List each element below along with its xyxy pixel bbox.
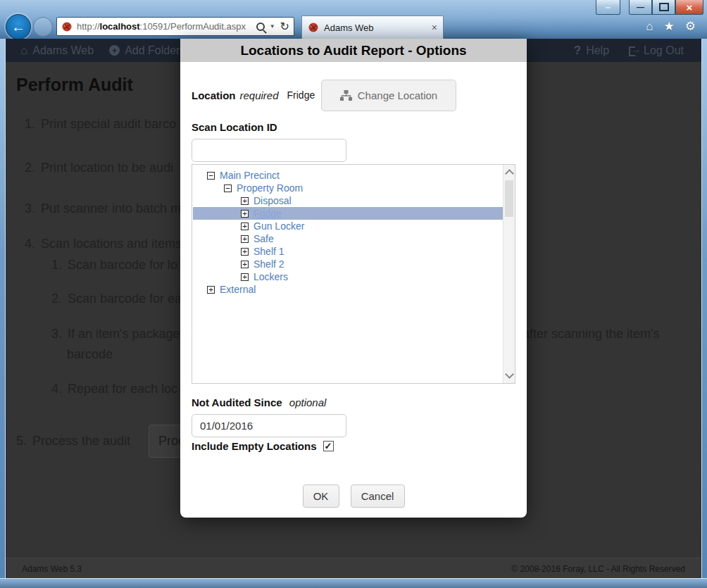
audit-step-3: 3.Put scanner into batch m <box>25 201 181 216</box>
tab-adams-web[interactable]: Adams Web × <box>301 15 444 39</box>
expand-icon[interactable]: + <box>241 197 249 205</box>
back-button[interactable]: ← <box>6 14 31 39</box>
audit-step-4-2: 2.Scan barcode for ea <box>51 292 182 306</box>
chevron-down-icon[interactable]: ▼ <box>270 23 275 30</box>
tree-item-shelf-2[interactable]: +Shelf 2 <box>193 258 503 270</box>
locations-to-audit-dialog: Locations to Audit Report - Options Loca… <box>180 39 527 518</box>
navbar-brand[interactable]: ⌂ Adams Web <box>20 44 94 58</box>
tree-item-shelf-1[interactable]: +Shelf 1 <box>193 245 503 258</box>
browser-actions: ⌂ ★ ⚙ <box>646 20 696 32</box>
footer-version: Adams Web 5.3 <box>22 564 82 574</box>
dialog-title: Locations to Audit Report - Options <box>180 39 527 62</box>
include-empty-locations-label: Include Empty Locations <box>192 440 317 452</box>
tree-item-main-precinct[interactable]: −Main Precinct <box>193 169 503 182</box>
scroll-down-icon[interactable] <box>505 370 514 379</box>
sitemap-icon <box>340 90 352 101</box>
adams-web-favicon <box>61 21 73 32</box>
expand-icon[interactable]: + <box>241 261 249 268</box>
expand-icon[interactable]: + <box>207 286 215 294</box>
scroll-up-icon[interactable] <box>505 169 514 178</box>
tree-item-safe[interactable]: +Safe <box>193 232 503 245</box>
audit-step-4-3-wrap: barcode <box>67 347 113 362</box>
tree-item-lockers[interactable]: +Lockers <box>193 270 503 283</box>
scan-location-id-input[interactable] <box>192 139 346 162</box>
add-plus-icon: + <box>109 45 120 56</box>
forward-arrow-icon: → <box>38 21 49 33</box>
quick-tabs-button[interactable]: ⇔ <box>596 0 620 15</box>
maximize-button[interactable] <box>652 0 675 15</box>
search-icon[interactable] <box>256 23 265 31</box>
audit-step-4: 4.Scan locations and items <box>25 237 182 251</box>
audit-step-5: 5.Process the audit <box>16 434 130 449</box>
include-empty-checkbox[interactable]: ✓ <box>323 441 334 451</box>
close-icon: × <box>687 1 693 13</box>
location-value: Fridge <box>287 89 315 101</box>
collapse-icon[interactable]: − <box>224 184 232 192</box>
tree-scrollbar[interactable] <box>503 165 515 383</box>
page-footer: Adams Web 5.3 © 2008-2016 Foray, LLC - A… <box>5 558 702 580</box>
home-icon[interactable]: ⌂ <box>646 20 653 32</box>
location-label: Location <box>192 89 236 101</box>
scan-location-id-label: Scan Location ID <box>192 121 277 133</box>
change-location-button[interactable]: Change Location <box>321 80 456 111</box>
back-arrow-icon: ← <box>11 19 25 35</box>
scrollbar-thumb[interactable] <box>505 180 513 217</box>
collapse-icon[interactable]: − <box>207 172 215 180</box>
url-text: http://localhost:10591/PerformAudit.aspx <box>77 21 246 32</box>
browser-window: ⇔ — × ← → http://localhost:10591/Perform… <box>0 0 707 588</box>
help-icon: ? <box>574 44 581 58</box>
close-window-button[interactable]: × <box>675 0 703 15</box>
location-row: Location required Fridge <box>192 80 315 111</box>
tree-item-fridge-selected[interactable]: +Fridge <box>193 207 503 220</box>
forward-button[interactable]: → <box>33 17 53 37</box>
tab-close-icon[interactable]: × <box>432 23 437 32</box>
audit-step-1: 1.Print special audit barco <box>25 117 176 132</box>
location-required-hint: required <box>240 89 279 101</box>
address-bar[interactable]: http://localhost:10591/PerformAudit.aspx… <box>56 17 294 36</box>
brand-home-icon: ⌂ <box>20 44 27 58</box>
help-label: Help <box>586 44 609 57</box>
expand-icon[interactable]: + <box>241 223 249 230</box>
add-folder-label: Add Folder <box>125 44 180 57</box>
logout-icon: → <box>629 46 639 56</box>
audit-step-2: 2.Print location to be audi <box>25 161 173 175</box>
not-audited-since-input[interactable] <box>192 414 346 437</box>
audit-step-4-3: 3.If an item's package <box>51 327 180 342</box>
quicknav-icon: ⇔ <box>604 2 613 12</box>
not-audited-since-label: Not Audited Since optional <box>192 396 326 408</box>
brand-label: Adams Web <box>32 44 94 57</box>
refresh-icon[interactable]: ↻ <box>280 21 289 32</box>
cancel-button[interactable]: Cancel <box>351 484 405 508</box>
maximize-icon <box>659 3 669 11</box>
expand-icon[interactable]: + <box>241 210 249 218</box>
expand-icon[interactable]: + <box>241 235 249 243</box>
navbar-add-folder[interactable]: + Add Folder <box>109 44 180 57</box>
location-tree: −Main Precinct −Property Room +Disposal … <box>192 164 515 384</box>
expand-icon[interactable]: + <box>241 248 249 256</box>
favorites-star-icon[interactable]: ★ <box>664 20 675 32</box>
page-title: Perform Audit <box>16 75 133 95</box>
minimize-icon: — <box>637 3 644 11</box>
ok-button[interactable]: OK <box>303 484 339 508</box>
tools-gear-icon[interactable]: ⚙ <box>685 20 696 32</box>
tree-item-property-room[interactable]: −Property Room <box>193 182 503 194</box>
tab-favicon <box>308 22 319 33</box>
expand-icon[interactable]: + <box>241 273 249 281</box>
minimize-button[interactable]: — <box>629 0 652 15</box>
audit-step-4-3-continuation: after scanning the item's <box>523 327 660 342</box>
audit-step-4-4: 4.Repeat for each loc <box>51 382 177 396</box>
navbar-logout[interactable]: → Log Out <box>629 44 684 57</box>
navbar-help[interactable]: ? Help <box>574 44 609 58</box>
tree-item-external[interactable]: +External <box>193 283 503 296</box>
footer-copyright: © 2008-2016 Foray, LLC - All Rights Rese… <box>511 564 685 574</box>
tab-title: Adams Web <box>324 23 374 33</box>
audit-step-4-1: 1.Scan barcode for lo <box>51 258 177 273</box>
tree-item-disposal[interactable]: +Disposal <box>193 194 503 207</box>
browser-chrome: ⇔ — × ← → http://localhost:10591/Perform… <box>0 0 707 39</box>
logout-label: Log Out <box>644 44 684 57</box>
tree-item-gun-locker[interactable]: +Gun Locker <box>193 220 503 232</box>
include-empty-locations-row: Include Empty Locations ✓ <box>192 440 334 452</box>
